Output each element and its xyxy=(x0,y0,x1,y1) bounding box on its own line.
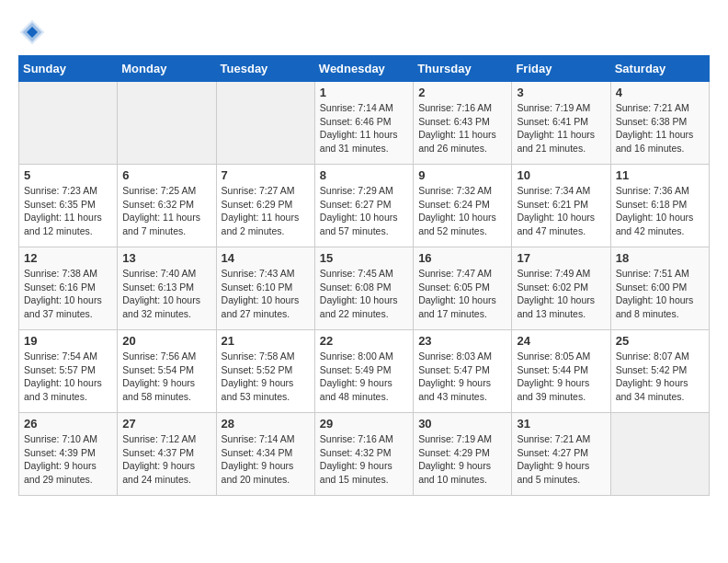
cell-daylight-info: Sunrise: 7:14 AM Sunset: 6:46 PM Dayligh… xyxy=(320,101,408,155)
calendar-week-row: 1Sunrise: 7:14 AM Sunset: 6:46 PM Daylig… xyxy=(19,82,710,165)
cell-daylight-info: Sunrise: 7:58 AM Sunset: 5:52 PM Dayligh… xyxy=(222,350,310,404)
day-number: 22 xyxy=(320,334,408,348)
calendar-cell: 8Sunrise: 7:29 AM Sunset: 6:27 PM Daylig… xyxy=(314,165,413,247)
cell-daylight-info: Sunrise: 8:03 AM Sunset: 5:47 PM Dayligh… xyxy=(418,350,506,404)
calendar-cell: 10Sunrise: 7:34 AM Sunset: 6:21 PM Dayli… xyxy=(512,165,610,247)
day-number: 20 xyxy=(122,334,210,348)
weekday-header-sunday: Sunday xyxy=(19,56,118,82)
cell-daylight-info: Sunrise: 7:21 AM Sunset: 6:38 PM Dayligh… xyxy=(616,101,704,155)
day-number: 18 xyxy=(616,251,704,265)
calendar-cell: 30Sunrise: 7:19 AM Sunset: 4:29 PM Dayli… xyxy=(414,413,512,496)
calendar-table: SundayMondayTuesdayWednesdayThursdayFrid… xyxy=(18,55,710,496)
day-number: 17 xyxy=(517,251,605,265)
calendar-cell: 22Sunrise: 8:00 AM Sunset: 5:49 PM Dayli… xyxy=(314,330,413,413)
day-number: 16 xyxy=(418,251,506,265)
cell-daylight-info: Sunrise: 7:23 AM Sunset: 6:35 PM Dayligh… xyxy=(24,184,112,238)
calendar-cell: 15Sunrise: 7:45 AM Sunset: 6:08 PM Dayli… xyxy=(314,247,413,330)
cell-daylight-info: Sunrise: 7:36 AM Sunset: 6:18 PM Dayligh… xyxy=(616,184,704,238)
weekday-header-row: SundayMondayTuesdayWednesdayThursdayFrid… xyxy=(19,56,710,82)
calendar-cell xyxy=(216,82,314,165)
cell-daylight-info: Sunrise: 7:40 AM Sunset: 6:13 PM Dayligh… xyxy=(122,267,210,321)
calendar-cell: 17Sunrise: 7:49 AM Sunset: 6:02 PM Dayli… xyxy=(512,247,610,330)
day-number: 1 xyxy=(320,86,408,99)
page-header xyxy=(18,18,710,46)
day-number: 3 xyxy=(517,86,605,99)
day-number: 4 xyxy=(616,86,704,99)
day-number: 9 xyxy=(418,168,506,182)
weekday-header-thursday: Thursday xyxy=(414,56,512,82)
cell-daylight-info: Sunrise: 7:54 AM Sunset: 5:57 PM Dayligh… xyxy=(24,350,112,404)
calendar-cell: 14Sunrise: 7:43 AM Sunset: 6:10 PM Dayli… xyxy=(216,247,314,330)
cell-daylight-info: Sunrise: 7:27 AM Sunset: 6:29 PM Dayligh… xyxy=(222,184,310,238)
calendar-cell: 19Sunrise: 7:54 AM Sunset: 5:57 PM Dayli… xyxy=(19,330,118,413)
calendar-cell: 13Sunrise: 7:40 AM Sunset: 6:13 PM Dayli… xyxy=(118,247,216,330)
calendar-cell xyxy=(610,413,709,496)
cell-daylight-info: Sunrise: 7:10 AM Sunset: 4:39 PM Dayligh… xyxy=(24,432,112,487)
calendar-cell: 1Sunrise: 7:14 AM Sunset: 6:46 PM Daylig… xyxy=(314,82,413,165)
calendar-cell: 18Sunrise: 7:51 AM Sunset: 6:00 PM Dayli… xyxy=(610,247,709,330)
day-number: 23 xyxy=(418,334,506,348)
calendar-week-row: 19Sunrise: 7:54 AM Sunset: 5:57 PM Dayli… xyxy=(19,330,710,413)
calendar-cell: 5Sunrise: 7:23 AM Sunset: 6:35 PM Daylig… xyxy=(19,165,118,247)
day-number: 12 xyxy=(24,251,112,265)
cell-daylight-info: Sunrise: 7:43 AM Sunset: 6:10 PM Dayligh… xyxy=(222,267,310,321)
calendar-week-row: 5Sunrise: 7:23 AM Sunset: 6:35 PM Daylig… xyxy=(19,165,710,247)
cell-daylight-info: Sunrise: 7:19 AM Sunset: 6:41 PM Dayligh… xyxy=(517,101,605,155)
cell-daylight-info: Sunrise: 7:51 AM Sunset: 6:00 PM Dayligh… xyxy=(616,267,704,321)
day-number: 13 xyxy=(122,251,210,265)
day-number: 2 xyxy=(418,86,506,99)
weekday-header-monday: Monday xyxy=(118,56,216,82)
day-number: 24 xyxy=(517,334,605,348)
calendar-cell: 2Sunrise: 7:16 AM Sunset: 6:43 PM Daylig… xyxy=(414,82,512,165)
calendar-cell: 28Sunrise: 7:14 AM Sunset: 4:34 PM Dayli… xyxy=(216,413,314,496)
day-number: 6 xyxy=(122,168,210,182)
calendar-cell: 23Sunrise: 8:03 AM Sunset: 5:47 PM Dayli… xyxy=(414,330,512,413)
day-number: 29 xyxy=(320,417,408,431)
logo-icon xyxy=(18,18,46,46)
calendar-cell: 9Sunrise: 7:32 AM Sunset: 6:24 PM Daylig… xyxy=(414,165,512,247)
calendar-cell: 7Sunrise: 7:27 AM Sunset: 6:29 PM Daylig… xyxy=(216,165,314,247)
calendar-cell: 27Sunrise: 7:12 AM Sunset: 4:37 PM Dayli… xyxy=(118,413,216,496)
calendar-cell: 26Sunrise: 7:10 AM Sunset: 4:39 PM Dayli… xyxy=(19,413,118,496)
calendar-cell: 4Sunrise: 7:21 AM Sunset: 6:38 PM Daylig… xyxy=(610,82,709,165)
weekday-header-saturday: Saturday xyxy=(610,56,709,82)
day-number: 31 xyxy=(517,417,605,431)
cell-daylight-info: Sunrise: 7:45 AM Sunset: 6:08 PM Dayligh… xyxy=(320,267,408,321)
cell-daylight-info: Sunrise: 8:07 AM Sunset: 5:42 PM Dayligh… xyxy=(616,350,704,404)
day-number: 25 xyxy=(616,334,704,348)
weekday-header-friday: Friday xyxy=(512,56,610,82)
cell-daylight-info: Sunrise: 7:32 AM Sunset: 6:24 PM Dayligh… xyxy=(418,184,506,238)
calendar-week-row: 12Sunrise: 7:38 AM Sunset: 6:16 PM Dayli… xyxy=(19,247,710,330)
day-number: 30 xyxy=(418,417,506,431)
cell-daylight-info: Sunrise: 8:05 AM Sunset: 5:44 PM Dayligh… xyxy=(517,350,605,404)
weekday-header-wednesday: Wednesday xyxy=(314,56,413,82)
cell-daylight-info: Sunrise: 7:47 AM Sunset: 6:05 PM Dayligh… xyxy=(418,267,506,321)
calendar-cell xyxy=(118,82,216,165)
cell-daylight-info: Sunrise: 7:49 AM Sunset: 6:02 PM Dayligh… xyxy=(517,267,605,321)
day-number: 21 xyxy=(222,334,310,348)
cell-daylight-info: Sunrise: 7:21 AM Sunset: 4:27 PM Dayligh… xyxy=(517,432,605,487)
calendar-cell: 16Sunrise: 7:47 AM Sunset: 6:05 PM Dayli… xyxy=(414,247,512,330)
calendar-cell: 12Sunrise: 7:38 AM Sunset: 6:16 PM Dayli… xyxy=(19,247,118,330)
cell-daylight-info: Sunrise: 7:14 AM Sunset: 4:34 PM Dayligh… xyxy=(222,432,310,487)
day-number: 14 xyxy=(222,251,310,265)
day-number: 26 xyxy=(24,417,112,431)
calendar-cell: 24Sunrise: 8:05 AM Sunset: 5:44 PM Dayli… xyxy=(512,330,610,413)
cell-daylight-info: Sunrise: 7:16 AM Sunset: 6:43 PM Dayligh… xyxy=(418,101,506,155)
day-number: 5 xyxy=(24,168,112,182)
cell-daylight-info: Sunrise: 7:19 AM Sunset: 4:29 PM Dayligh… xyxy=(418,432,506,487)
day-number: 28 xyxy=(222,417,310,431)
calendar-cell: 6Sunrise: 7:25 AM Sunset: 6:32 PM Daylig… xyxy=(118,165,216,247)
day-number: 19 xyxy=(24,334,112,348)
calendar-cell: 31Sunrise: 7:21 AM Sunset: 4:27 PM Dayli… xyxy=(512,413,610,496)
day-number: 10 xyxy=(517,168,605,182)
day-number: 8 xyxy=(320,168,408,182)
cell-daylight-info: Sunrise: 7:12 AM Sunset: 4:37 PM Dayligh… xyxy=(122,432,210,487)
day-number: 27 xyxy=(122,417,210,431)
cell-daylight-info: Sunrise: 7:56 AM Sunset: 5:54 PM Dayligh… xyxy=(122,350,210,404)
calendar-cell: 25Sunrise: 8:07 AM Sunset: 5:42 PM Dayli… xyxy=(610,330,709,413)
calendar-cell xyxy=(19,82,118,165)
calendar-cell: 20Sunrise: 7:56 AM Sunset: 5:54 PM Dayli… xyxy=(118,330,216,413)
logo xyxy=(18,18,50,46)
day-number: 11 xyxy=(616,168,704,182)
